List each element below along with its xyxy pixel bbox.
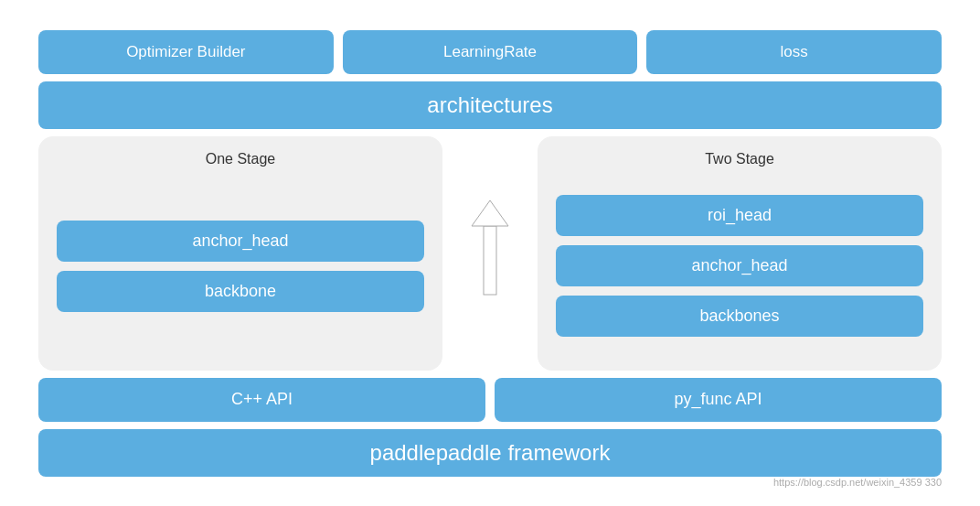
optimizer-builder-label: Optimizer Builder [126,43,245,61]
one-stage-box: One Stage anchor_head backbone [38,136,442,371]
pyfunc-api-label: py_func API [674,390,762,409]
two-stage-box: Two Stage roi_head anchor_head backbones [538,136,942,371]
svg-marker-2 [472,200,508,226]
learning-rate-box: LearningRate [343,30,638,74]
learning-rate-label: LearningRate [443,43,537,61]
cpp-api-box: C++ API [38,378,485,422]
watermark: https://blog.csdp.net/weixin_4359 330 [773,477,942,488]
arrow-container [453,136,527,371]
middle-row: One Stage anchor_head backbone [38,136,942,371]
architectures-box: architectures [38,81,942,129]
architectures-row: architectures [38,81,942,129]
diagram: Optimizer Builder LearningRate loss arch… [24,16,956,491]
anchor-head-one: anchor_head [57,221,424,262]
anchor-head-two: anchor_head [556,245,923,286]
backbones-two: backbones [556,296,923,337]
framework-label: paddlepaddle framework [370,440,611,466]
loss-label: loss [781,43,808,61]
pyfunc-api-box: py_func API [495,378,942,422]
backbone-one: backbone [57,271,424,312]
one-stage-label: One Stage [57,151,424,167]
roi-head-two: roi_head [556,195,923,236]
framework-box: paddlepaddle framework [38,429,942,477]
two-stage-items: roi_head anchor_head backbones [556,177,923,356]
api-row: C++ API py_func API [38,378,942,422]
svg-rect-1 [484,226,496,295]
framework-row: paddlepaddle framework [38,429,942,477]
architectures-label: architectures [427,92,552,118]
one-stage-items: anchor_head backbone [57,177,424,356]
cpp-api-label: C++ API [231,390,293,409]
two-stage-label: Two Stage [556,151,923,167]
loss-box: loss [646,30,942,74]
optimizer-builder-box: Optimizer Builder [38,30,334,74]
up-arrow-icon [467,199,513,308]
top-row: Optimizer Builder LearningRate loss [38,30,942,74]
